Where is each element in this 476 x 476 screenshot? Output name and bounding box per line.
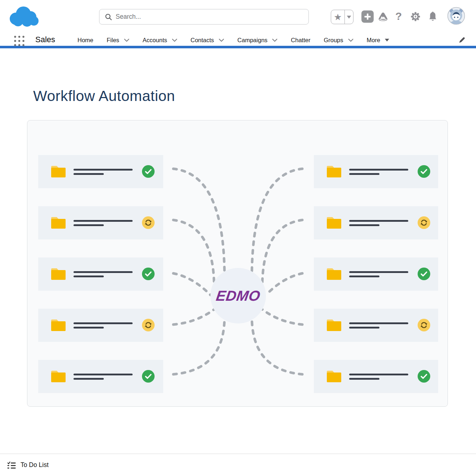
folder-icon [51, 267, 66, 280]
placeholder-text-lines [349, 374, 408, 380]
folder-icon [51, 370, 66, 383]
folder-icon [326, 267, 342, 280]
placeholder-text-lines [74, 374, 133, 380]
plus-icon [364, 13, 371, 20]
tab-label: Accounts [143, 37, 167, 44]
global-search [99, 9, 309, 25]
tab-more[interactable]: More [367, 37, 390, 44]
status-complete-icon [418, 370, 430, 383]
tab-label: More [367, 37, 381, 44]
setup-button[interactable] [410, 12, 421, 22]
status-complete-icon [142, 370, 155, 383]
salesforce-cloud-logo [7, 4, 39, 27]
tab-label: Chatter [291, 37, 310, 44]
folder-icon [326, 216, 342, 229]
nav-tabs: HomeFilesAccountsContactsCampaignsChatte… [77, 32, 389, 48]
tab-chatter[interactable]: Chatter [291, 37, 310, 44]
placeholder-text-lines [349, 271, 408, 277]
global-add-button[interactable] [361, 10, 374, 23]
folder-icon [326, 165, 342, 178]
right-card-column [314, 155, 438, 393]
status-complete-icon [142, 165, 155, 178]
placeholder-text-lines [74, 220, 133, 226]
status-complete-icon [418, 165, 430, 178]
folder-icon [51, 165, 66, 178]
tab-label: Files [107, 37, 119, 44]
tab-label: Home [77, 37, 93, 44]
placeholder-text-lines [74, 169, 133, 175]
tab-label: Campaigns [237, 37, 267, 44]
todo-list-label: To Do List [21, 461, 49, 469]
todo-list-utility-item[interactable]: To Do List [7, 461, 49, 469]
workflow-illustration-panel: EDMO [27, 120, 448, 407]
workflow-item-card [38, 155, 163, 188]
search-input[interactable] [116, 13, 289, 21]
folder-icon [326, 318, 342, 331]
tab-label: Groups [324, 37, 343, 44]
checklist-icon [7, 461, 16, 469]
placeholder-text-lines [74, 322, 133, 329]
help-button[interactable]: ? [395, 10, 402, 22]
tab-accounts[interactable]: Accounts [143, 37, 177, 44]
global-header: ★ ? [0, 0, 476, 32]
app-nav-bar: Sales HomeFilesAccountsContactsCampaigns… [0, 32, 476, 48]
status-syncing-icon [418, 319, 430, 331]
tab-files[interactable]: Files [107, 37, 129, 44]
workflow-item-card [314, 155, 438, 188]
workflow-item-card [38, 257, 163, 291]
workflow-item-card [314, 206, 438, 239]
triangle-down-icon [347, 16, 351, 19]
notifications-button[interactable] [428, 11, 437, 22]
placeholder-text-lines [349, 220, 408, 226]
edit-nav-pencil-button[interactable] [458, 36, 466, 44]
workflow-item-card [314, 309, 438, 342]
tab-home[interactable]: Home [77, 37, 93, 44]
tab-label: Contacts [191, 37, 214, 44]
utility-bar: To Do List [0, 454, 476, 476]
chevron-down-icon [124, 39, 129, 42]
search-icon [105, 13, 112, 21]
favorites-star-button[interactable]: ★ [331, 10, 345, 24]
status-complete-icon [142, 268, 155, 280]
folder-icon [51, 216, 66, 229]
hub-node: EDMO [206, 268, 270, 323]
left-card-column [38, 155, 163, 393]
page-title: Workflow Automation [33, 88, 175, 105]
workflow-item-card [38, 309, 163, 342]
folder-icon [326, 370, 342, 383]
salesforce-app-window: ★ ? [0, 0, 476, 476]
tab-groups[interactable]: Groups [324, 37, 353, 44]
triangle-down-icon [385, 39, 389, 41]
workflow-item-card [314, 360, 438, 393]
placeholder-text-lines [349, 169, 408, 175]
app-name: Sales [35, 32, 55, 48]
status-complete-icon [418, 268, 430, 280]
placeholder-text-lines [349, 322, 408, 329]
tab-contacts[interactable]: Contacts [191, 37, 224, 44]
favorites-split-button: ★ [331, 10, 353, 24]
trailhead-button[interactable] [378, 12, 388, 22]
status-syncing-icon [142, 216, 155, 229]
app-launcher-button[interactable] [13, 34, 26, 47]
star-icon: ★ [334, 13, 342, 22]
user-avatar[interactable] [447, 7, 465, 25]
status-syncing-icon [418, 216, 430, 229]
status-syncing-icon [142, 319, 155, 331]
folder-icon [51, 318, 66, 331]
tab-campaigns[interactable]: Campaigns [237, 37, 277, 44]
chevron-down-icon [172, 39, 177, 42]
workflow-item-card [314, 257, 438, 291]
question-mark-icon: ? [395, 10, 402, 22]
workflow-item-card [38, 206, 163, 239]
astro-character-icon [450, 9, 463, 25]
workflow-item-card [38, 360, 163, 393]
chevron-down-icon [219, 39, 224, 42]
chevron-down-icon [348, 39, 353, 42]
placeholder-text-lines [74, 271, 133, 277]
favorites-expand-button[interactable] [345, 10, 353, 24]
chevron-down-icon [272, 39, 277, 42]
